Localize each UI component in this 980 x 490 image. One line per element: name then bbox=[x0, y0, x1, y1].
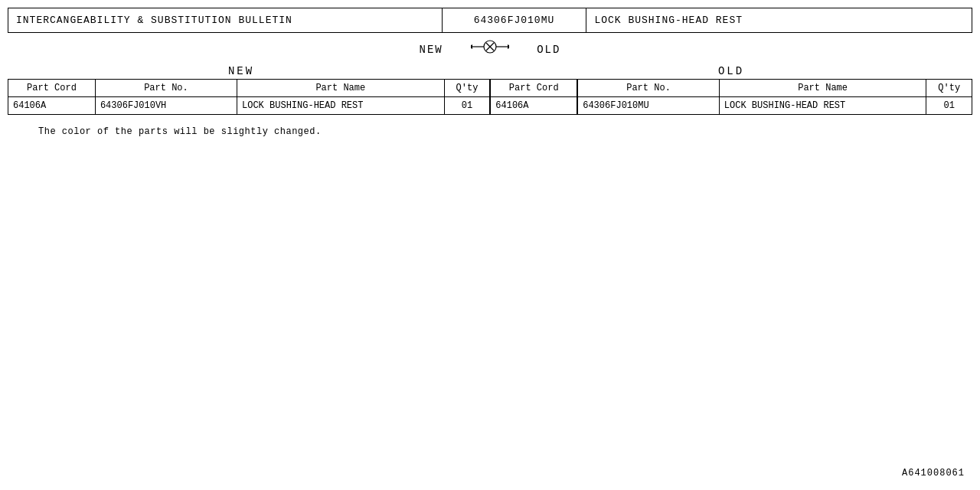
old-part-cord: 64106A bbox=[490, 97, 577, 115]
old-qty: 01 bbox=[926, 97, 972, 115]
th-old-part-name: Part Name bbox=[719, 80, 926, 97]
header-description: LOCK BUSHING-HEAD REST bbox=[586, 8, 972, 33]
header-table: INTERCANGEABILITY & SUBSTITUTION BULLETI… bbox=[8, 8, 972, 33]
svg-marker-4 bbox=[471, 44, 472, 49]
old-part-no: 64306FJ010MU bbox=[577, 97, 719, 115]
th-old-qty: Q'ty bbox=[926, 80, 972, 97]
old-section-label: OLD bbox=[490, 65, 972, 77]
table-row: 64106A 64306FJ010VH LOCK BUSHING-HEAD RE… bbox=[8, 97, 972, 115]
header-bulletin: INTERCANGEABILITY & SUBSTITUTION BULLETI… bbox=[8, 8, 443, 33]
page-container: INTERCANGEABILITY & SUBSTITUTION BULLETI… bbox=[0, 0, 980, 490]
document-number: A641008061 bbox=[902, 468, 965, 479]
th-new-part-no: Part No. bbox=[95, 80, 237, 97]
new-old-indicator: NEW OLD bbox=[8, 39, 972, 60]
main-data-table: Part Cord Part No. Part Name Q'ty Part C… bbox=[8, 79, 972, 115]
section-labels: NEW OLD bbox=[8, 65, 972, 77]
new-qty: 01 bbox=[444, 97, 490, 115]
new-section-label: NEW bbox=[8, 65, 490, 77]
svg-marker-2 bbox=[508, 44, 509, 49]
note-text: The color of the parts will be slightly … bbox=[38, 126, 972, 137]
new-part-cord: 64106A bbox=[8, 97, 96, 115]
old-part-name: LOCK BUSHING-HEAD REST bbox=[719, 97, 926, 115]
old-label-inline: OLD bbox=[537, 44, 560, 56]
header-part-number: 64306FJ010MU bbox=[442, 8, 586, 33]
th-new-part-cord: Part Cord bbox=[8, 80, 96, 97]
exchange-icon bbox=[471, 39, 509, 60]
th-new-qty: Q'ty bbox=[444, 80, 490, 97]
th-new-part-name: Part Name bbox=[237, 80, 445, 97]
new-label-inline: NEW bbox=[420, 44, 443, 56]
new-part-name: LOCK BUSHING-HEAD REST bbox=[237, 97, 445, 115]
th-old-part-no: Part No. bbox=[577, 80, 719, 97]
new-part-no: 64306FJ010VH bbox=[95, 97, 237, 115]
th-old-part-cord: Part Cord bbox=[490, 80, 577, 97]
